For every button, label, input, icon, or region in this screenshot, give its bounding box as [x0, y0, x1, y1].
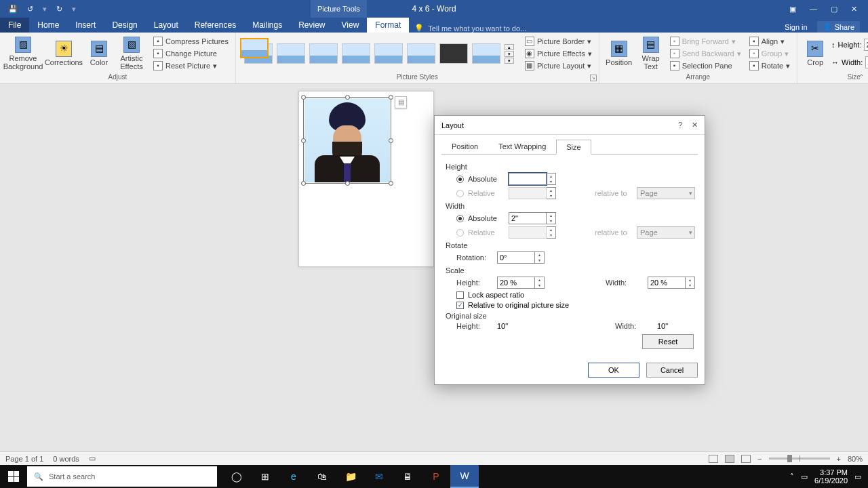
tab-design[interactable]: Design	[104, 18, 145, 33]
taskbar-search[interactable]: 🔍 Start a search	[27, 466, 217, 487]
zoom-thumb[interactable]	[787, 455, 792, 462]
notifications-icon[interactable]: ▭	[854, 472, 861, 481]
rotate-button[interactable]: ▪Rotate ▾	[747, 60, 793, 71]
resize-handle[interactable]	[345, 95, 350, 100]
resize-handle[interactable]	[345, 181, 350, 186]
cortana-icon[interactable]: ◯	[222, 465, 251, 488]
word-icon[interactable]: W	[450, 465, 479, 488]
zoom-in-icon[interactable]: +	[837, 455, 841, 463]
style-thumb-selected[interactable]	[240, 38, 269, 58]
clock[interactable]: 3:37 PM 6/19/2020	[814, 468, 848, 485]
height-absolute-input[interactable]	[509, 173, 547, 185]
page-indicator[interactable]: Page 1 of 1	[5, 455, 43, 463]
style-thumb[interactable]	[342, 43, 370, 64]
zoom-slider[interactable]	[769, 458, 830, 460]
zoom-level[interactable]: 80%	[848, 455, 863, 463]
dialog-titlebar[interactable]: Layout ? ✕	[435, 116, 705, 135]
resize-handle[interactable]	[389, 181, 393, 186]
gallery-more-icon[interactable]: ▾	[505, 58, 514, 64]
rotation-input[interactable]	[497, 251, 535, 264]
store-icon[interactable]: 🛍	[308, 465, 336, 488]
height-absolute-radio[interactable]	[456, 176, 464, 183]
dialog-close-icon[interactable]: ✕	[692, 121, 698, 129]
width-abs-spinner[interactable]: ▴▾	[547, 212, 556, 224]
dialog-tab-size[interactable]: Size	[556, 140, 591, 155]
dialog-tab-position[interactable]: Position	[441, 139, 488, 154]
scale-height-input[interactable]	[497, 277, 535, 289]
style-thumb[interactable]	[439, 43, 468, 64]
gallery-up-icon[interactable]: ▴	[505, 44, 514, 50]
word-count[interactable]: 0 words	[53, 455, 79, 463]
align-button[interactable]: ▪Align ▾	[747, 36, 793, 47]
gallery-down-icon[interactable]: ▾	[505, 51, 514, 57]
cancel-button[interactable]: Cancel	[646, 363, 698, 378]
tab-layout[interactable]: Layout	[146, 18, 186, 33]
tray-chevron-icon[interactable]: ˄	[790, 472, 794, 481]
reset-button[interactable]: Reset	[642, 334, 694, 349]
bring-forward-button[interactable]: ▪Bring Forward ▾	[667, 36, 744, 47]
selection-pane-button[interactable]: ▪Selection Pane	[667, 60, 744, 71]
styles-dialog-launcher[interactable]: ↘	[590, 75, 597, 81]
edge-icon[interactable]: e	[279, 465, 308, 488]
style-thumb[interactable]	[407, 43, 435, 64]
remove-background-button[interactable]: ▨Remove Background	[4, 34, 42, 73]
battery-icon[interactable]: ▭	[801, 472, 808, 481]
desktop-icon[interactable]: 🖥	[393, 465, 422, 488]
scale-width-input[interactable]	[648, 277, 686, 289]
explorer-icon[interactable]: 📁	[336, 465, 365, 488]
scale-height-spinner[interactable]: ▴▾	[535, 277, 545, 289]
close-icon[interactable]: ✕	[851, 5, 857, 14]
position-button[interactable]: ▦Position	[604, 34, 635, 73]
group-button[interactable]: ▪Group ▾	[747, 48, 793, 59]
proofing-icon[interactable]: ▭	[89, 454, 96, 463]
qat-customize-icon[interactable]: ▾	[72, 5, 76, 14]
picture-border-button[interactable]: ▭Picture Border ▾	[522, 36, 595, 47]
ribbon-options-icon[interactable]: ▣	[789, 5, 796, 14]
rotation-spinner[interactable]: ▴▾	[535, 251, 545, 264]
maximize-icon[interactable]: ▢	[831, 5, 837, 14]
tab-insert[interactable]: Insert	[67, 18, 104, 33]
style-thumb[interactable]	[309, 43, 338, 64]
tab-file[interactable]: File	[0, 18, 29, 33]
tab-view[interactable]: View	[334, 18, 368, 33]
save-icon[interactable]: 💾	[8, 5, 18, 14]
relative-original-checkbox[interactable]: ✓	[456, 302, 464, 309]
style-thumb[interactable]	[277, 43, 305, 64]
dialog-help-icon[interactable]: ?	[678, 121, 682, 129]
crop-button[interactable]: ✂Crop	[802, 34, 829, 73]
wrap-text-button[interactable]: ▤Wrap Text	[637, 34, 665, 73]
style-thumb[interactable]	[374, 43, 403, 64]
width-input[interactable]	[865, 56, 868, 68]
width-relative-radio[interactable]	[456, 229, 464, 237]
height-abs-spinner[interactable]: ▴▾	[547, 173, 556, 185]
picture-styles-gallery[interactable]: ▴ ▾ ▾	[244, 43, 514, 64]
width-absolute-radio[interactable]	[456, 215, 464, 222]
selected-picture[interactable]: ▤	[303, 97, 391, 184]
picture-effects-button[interactable]: ◉Picture Effects ▾	[522, 48, 595, 59]
style-thumb[interactable]	[472, 43, 500, 64]
scale-width-spinner[interactable]: ▴▾	[686, 277, 695, 289]
dialog-tab-wrapping[interactable]: Text Wrapping	[488, 139, 556, 154]
resize-handle[interactable]	[389, 138, 393, 143]
powerpoint-icon[interactable]: P	[422, 465, 450, 488]
collapse-ribbon-icon[interactable]: ⌃	[859, 73, 864, 81]
tab-review[interactable]: Review	[290, 18, 333, 33]
minimize-icon[interactable]: —	[810, 5, 817, 14]
resize-handle[interactable]	[301, 95, 306, 100]
read-mode-icon[interactable]	[709, 455, 718, 463]
redo-icon[interactable]: ↻	[56, 5, 62, 14]
lock-aspect-checkbox[interactable]	[456, 291, 464, 299]
picture-layout-button[interactable]: ▦Picture Layout ▾	[522, 60, 595, 71]
tab-mailings[interactable]: Mailings	[244, 18, 290, 33]
share-button[interactable]: 👤Share	[817, 21, 860, 33]
tell-me-search[interactable]: 💡 Tell me what you want to do...	[414, 24, 526, 33]
height-input[interactable]	[864, 39, 868, 51]
layout-options-icon[interactable]: ▤	[395, 96, 407, 108]
corrections-button[interactable]: ☀Corrections	[45, 34, 83, 73]
send-backward-button[interactable]: ▪Send Backward ▾	[667, 48, 744, 59]
tab-home[interactable]: Home	[29, 18, 67, 33]
undo-more-icon[interactable]: ▾	[43, 5, 47, 14]
undo-icon[interactable]: ↺	[27, 5, 33, 14]
tab-format[interactable]: Format	[367, 18, 409, 33]
resize-handle[interactable]	[301, 181, 306, 186]
